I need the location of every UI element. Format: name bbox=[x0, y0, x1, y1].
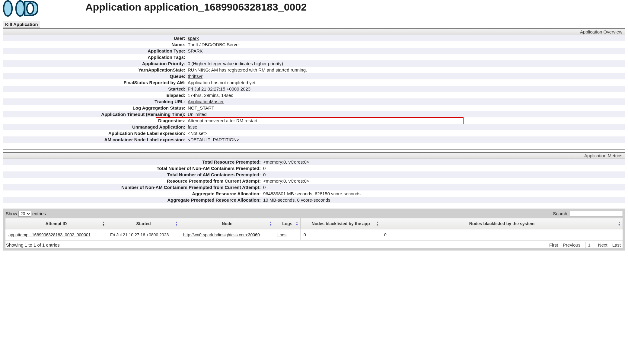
overview-value: Attempt recovered after RM restart bbox=[186, 117, 625, 124]
metrics-value: 0 bbox=[262, 184, 625, 190]
col-blacklist-system[interactable]: Nodes blacklisted by the system ▲▼ bbox=[381, 218, 623, 229]
pager-previous[interactable]: Previous bbox=[563, 242, 580, 247]
metrics-table: Total Resource Preempted:<memory:0, vCor… bbox=[3, 159, 625, 203]
application-metrics-header: Application Metrics bbox=[3, 153, 625, 159]
overview-label: Application Timeout (Remaining Time): bbox=[3, 111, 186, 117]
col-blacklist-app[interactable]: Nodes blacklisted by the app ▲▼ bbox=[301, 218, 381, 229]
svg-point-0 bbox=[4, 1, 12, 16]
metrics-label: Total Resource Preempted: bbox=[3, 159, 262, 165]
overview-value-link[interactable]: ApplicationMaster bbox=[188, 99, 224, 104]
pager-first[interactable]: First bbox=[549, 242, 558, 247]
pager: First Previous 1 Next Last bbox=[549, 242, 622, 248]
search-input[interactable] bbox=[570, 211, 623, 216]
application-overview-header: Application Overview bbox=[3, 29, 625, 35]
attempt-started: Fri Jul 21 10:27:16 +0800 2023 bbox=[107, 229, 180, 241]
metrics-value: 0 bbox=[262, 165, 625, 171]
overview-value: RUNNING: AM has registered with RM and s… bbox=[186, 67, 625, 73]
kill-application-button[interactable]: Kill Application bbox=[3, 21, 40, 28]
metrics-label: Resource Preempted from Current Attempt: bbox=[3, 178, 262, 184]
overview-label: Diagnostics: bbox=[3, 117, 186, 124]
overview-value: 0 (Higher Integer value indicates higher… bbox=[186, 60, 625, 67]
overview-value[interactable]: thriftsvr bbox=[186, 73, 625, 79]
pager-last[interactable]: Last bbox=[612, 242, 621, 247]
overview-label: Tracking URL: bbox=[3, 98, 186, 105]
overview-label: Application Priority: bbox=[3, 60, 186, 67]
overview-value[interactable]: spark bbox=[186, 35, 625, 41]
overview-label: User: bbox=[3, 35, 186, 41]
show-label-pre: Show bbox=[6, 211, 18, 216]
overview-label: Application Node Label expression: bbox=[3, 130, 186, 136]
attempts-panel: Show 20 entries Search: Attempt ID ▲▼ St… bbox=[3, 209, 625, 251]
overview-value: <Not set> bbox=[186, 130, 625, 136]
overview-value-link[interactable]: thriftsvr bbox=[188, 74, 202, 79]
overview-value: NOT_START bbox=[186, 105, 625, 111]
metrics-value: 0 bbox=[262, 171, 625, 178]
overview-label: Queue: bbox=[3, 73, 186, 79]
overview-value: Unlimited bbox=[186, 111, 625, 117]
metrics-label: Total Number of Non-AM Containers Preemp… bbox=[3, 165, 262, 171]
metrics-value: <memory:0, vCores:0> bbox=[262, 178, 625, 184]
entries-select[interactable]: 20 bbox=[18, 211, 31, 217]
overview-label: Elapsed: bbox=[3, 92, 186, 98]
page-title: Application application_1689906328183_00… bbox=[85, 1, 307, 13]
show-label-post: entries bbox=[32, 211, 46, 216]
col-node[interactable]: Node ▲▼ bbox=[180, 218, 274, 229]
overview-value: SPARK bbox=[186, 48, 625, 54]
col-attempt-id[interactable]: Attempt ID ▲▼ bbox=[5, 218, 107, 229]
overview-label: AM container Node Label expression: bbox=[3, 136, 186, 143]
overview-label: Name: bbox=[3, 41, 186, 48]
attempt-id-link[interactable]: appattempt_1689906328183_0002_000001 bbox=[8, 232, 91, 237]
col-logs[interactable]: Logs ▲▼ bbox=[274, 218, 301, 229]
metrics-label: Aggregate Preempted Resource Allocation: bbox=[3, 197, 262, 203]
attempt-blacklist-app: 0 bbox=[301, 229, 381, 241]
overview-table: User:sparkName:Thrift JDBC/ODBC ServerAp… bbox=[3, 35, 625, 143]
metrics-value: 10 MB-seconds, 0 vcore-seconds bbox=[262, 197, 625, 203]
svg-point-1 bbox=[16, 1, 24, 16]
metrics-label: Number of Non-AM Containers Preempted fr… bbox=[3, 184, 262, 190]
entries-control: Show 20 entries bbox=[6, 211, 46, 217]
overview-label: Application Type: bbox=[3, 48, 186, 54]
application-overview-section: Application Overview User:sparkName:Thri… bbox=[3, 28, 625, 143]
overview-label: Started: bbox=[3, 86, 186, 92]
overview-value-link[interactable]: spark bbox=[188, 36, 199, 41]
attempts-table: Attempt ID ▲▼ Started ▲▼ Node ▲▼ Logs ▲▼… bbox=[5, 218, 623, 241]
overview-label: Unmanaged Application: bbox=[3, 124, 186, 130]
overview-value bbox=[186, 54, 625, 60]
overview-label: YarnApplicationState: bbox=[3, 67, 186, 73]
overview-value: 174hrs, 29mins, 14sec bbox=[186, 92, 625, 98]
hadoop-logo bbox=[3, 0, 38, 17]
col-started[interactable]: Started ▲▼ bbox=[107, 218, 180, 229]
metrics-label: Aggregate Resource Allocation: bbox=[3, 190, 262, 197]
application-metrics-section: Application Metrics Total Resource Preem… bbox=[3, 152, 625, 203]
pager-page-current[interactable]: 1 bbox=[585, 242, 593, 248]
attempt-blacklist-system: 0 bbox=[381, 229, 623, 241]
entries-info: Showing 1 to 1 of 1 entries bbox=[6, 242, 60, 247]
overview-label: FinalStatus Reported by AM: bbox=[3, 79, 186, 86]
overview-value[interactable]: ApplicationMaster bbox=[186, 98, 625, 105]
overview-value: Fri Jul 21 02:27:15 +0000 2023 bbox=[186, 86, 625, 92]
search-label: Search: bbox=[553, 211, 569, 216]
overview-value: false bbox=[186, 124, 625, 130]
overview-value: <DEFAULT_PARTITION> bbox=[186, 136, 625, 143]
overview-value: Thrift JDBC/ODBC Server bbox=[186, 41, 625, 48]
overview-label: Application Tags: bbox=[3, 54, 186, 60]
metrics-value: 964839801 MB-seconds, 628150 vcore-secon… bbox=[262, 190, 625, 197]
attempt-logs-link[interactable]: Logs bbox=[277, 232, 286, 237]
metrics-value: <memory:0, vCores:0> bbox=[262, 159, 625, 165]
pager-next[interactable]: Next bbox=[598, 242, 607, 247]
attempt-node-link[interactable]: http://wn0-spark.hdinsightcss.com:30060 bbox=[183, 232, 260, 237]
table-row: appattempt_1689906328183_0002_000001 Fri… bbox=[5, 229, 623, 241]
svg-point-2 bbox=[27, 3, 33, 14]
overview-label: Log Aggregation Status: bbox=[3, 105, 186, 111]
search-control: Search: bbox=[553, 211, 623, 216]
metrics-label: Total Number of AM Containers Preempted: bbox=[3, 171, 262, 178]
overview-value: Application has not completed yet. bbox=[186, 79, 625, 86]
